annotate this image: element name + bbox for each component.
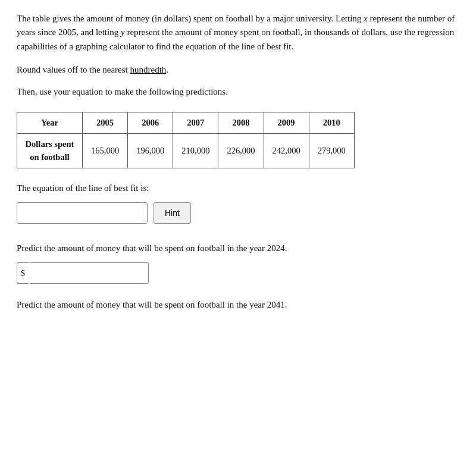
table-row-label: Dollars spent on football [17, 133, 83, 168]
equation-label: The equation of the line of best fit is: [17, 181, 459, 195]
equation-section: The equation of the line of best fit is:… [17, 181, 459, 224]
dollar-sign-2024: $ [17, 262, 29, 284]
predict-2024-section: Predict the amount of money that will be… [17, 242, 459, 284]
table-header-2005: 2005 [83, 112, 128, 133]
table-cell-279000: 279,000 [309, 133, 354, 168]
predict-2041-label: Predict the amount of money that will be… [17, 298, 459, 312]
table-cell-242000: 242,000 [264, 133, 309, 168]
table-header-2007: 2007 [173, 112, 218, 133]
equation-input[interactable] [17, 202, 148, 224]
table-header-2006: 2006 [128, 112, 173, 133]
predict-2041-section: Predict the amount of money that will be… [17, 298, 459, 312]
table-header-2008: 2008 [218, 112, 264, 133]
data-table: Year 2005 2006 2007 2008 2009 2010 Dolla… [17, 112, 355, 168]
intro-paragraph: The table gives the amount of money (in … [17, 12, 459, 54]
table-cell-210000: 210,000 [173, 133, 218, 168]
predict-2024-label: Predict the amount of money that will be… [17, 242, 459, 255]
table-header-year: Year [17, 112, 83, 133]
round-instruction: Round values off to the nearest hundredt… [17, 63, 459, 77]
predict-2024-input[interactable] [30, 262, 149, 284]
table-header-2009: 2009 [264, 112, 309, 133]
table-cell-226000: 226,000 [218, 133, 264, 168]
table-cell-196000: 196,000 [128, 133, 173, 168]
table-header-2010: 2010 [309, 112, 354, 133]
table-cell-165000: 165,000 [83, 133, 128, 168]
hint-button[interactable]: Hint [154, 202, 191, 224]
then-instruction: Then, use your equation to make the foll… [17, 85, 459, 99]
